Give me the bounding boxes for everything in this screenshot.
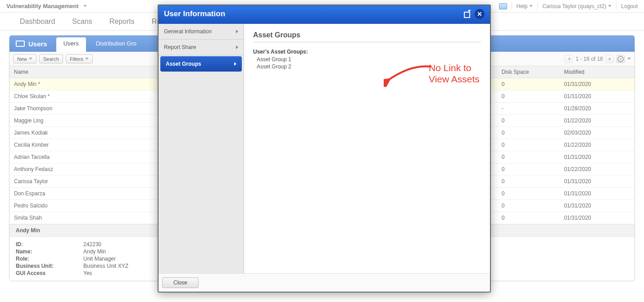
cell-modified: 01/31/2020 [559, 200, 635, 212]
annotation-arrow-icon [384, 60, 433, 87]
cell-disk: 0 [497, 212, 560, 224]
nav-report-share[interactable]: Report Share [159, 40, 244, 55]
filters-button[interactable]: Filters [66, 54, 93, 63]
kv-label: Name: [16, 248, 83, 255]
cell-modified: 01/22/2020 [559, 163, 635, 176]
chevron-down-icon [85, 58, 89, 60]
gear-icon [617, 56, 624, 62]
cell-modified: 01/22/2020 [559, 139, 635, 151]
cell-disk: 0 [497, 200, 560, 212]
popout-icon[interactable] [463, 10, 471, 18]
chevron-down-icon [627, 58, 631, 60]
kv-label: Role: [16, 256, 83, 262]
kv-label: ID: [16, 241, 83, 248]
chevron-right-icon [234, 62, 236, 66]
cell-modified: 01/31/2020 [559, 151, 635, 163]
cell-disk: 0 [497, 115, 560, 127]
cell-disk: - [497, 103, 560, 115]
nav-asset-groups[interactable]: Asset Groups [160, 56, 242, 72]
settings-button[interactable] [617, 55, 625, 63]
modal-footer: Close [159, 273, 490, 292]
tab-distribution-groups[interactable]: Distribution Gro [89, 37, 144, 52]
search-button[interactable]: Search [39, 54, 63, 63]
cell-disk: 0 [497, 151, 560, 163]
user-menu[interactable]: Carissa Taylor (quays_ct2) [542, 3, 612, 9]
logout-link[interactable]: Logout [621, 3, 638, 9]
cell-modified: 01/31/2020 [559, 90, 635, 103]
nav-filler [159, 72, 244, 273]
search-label: Search [43, 56, 59, 62]
separator [616, 3, 617, 10]
cell-disk: 0 [497, 90, 560, 103]
cell-modified: 01/22/2020 [559, 115, 635, 127]
close-icon[interactable]: ✕ [475, 9, 485, 19]
nav-label: General Information [164, 28, 212, 35]
cell-modified: 02/03/2020 [559, 127, 635, 139]
cell-modified: 01/28/2020 [559, 103, 635, 115]
modal-body: General Information Report Share Asset G… [159, 24, 490, 273]
cell-disk: 0 [497, 127, 560, 139]
modal-side-nav: General Information Report Share Asset G… [159, 24, 244, 273]
topbar-right: Help Carissa Taylor (quays_ct2) Logout [499, 3, 638, 10]
cell-disk: 0 [497, 188, 560, 200]
separator [512, 3, 512, 10]
kv-value: Business Unit XYZ [83, 263, 128, 269]
help-menu[interactable]: Help [517, 3, 533, 9]
section-label: Users [28, 40, 47, 48]
col-modified[interactable]: Modified [559, 66, 635, 78]
users-badge: Users [9, 36, 54, 52]
col-disk[interactable]: Disk Space [497, 66, 560, 78]
divider [253, 42, 481, 42]
chevron-down-icon [608, 5, 612, 7]
pager-next[interactable] [606, 55, 614, 63]
pager-label: 1 - 18 of 18 [576, 56, 603, 62]
chevron-down-icon [83, 5, 87, 7]
separator [537, 3, 538, 10]
app-name: Vulnerability Management [6, 3, 79, 9]
chevron-right-icon [236, 45, 238, 49]
logout-label: Logout [621, 3, 638, 9]
app-selector[interactable]: Vulnerability Management [6, 3, 87, 9]
chevron-down-icon [29, 58, 32, 60]
triangle-left-icon [568, 57, 570, 61]
kv-value: 242230 [83, 241, 101, 248]
cell-disk: 0 [497, 163, 560, 176]
messages-icon[interactable] [499, 3, 507, 9]
filters-label: Filters [70, 56, 83, 62]
chevron-right-icon [236, 30, 238, 33]
kv-value: Yes [83, 270, 92, 276]
cell-modified: 01/31/2020 [559, 212, 635, 224]
annotation-text: No Link to View Assets [429, 62, 480, 85]
kv-label: GUI Access [16, 270, 83, 276]
cell-modified: 01/31/2020 [559, 78, 635, 90]
chevron-down-icon [529, 5, 533, 7]
id-card-icon [16, 41, 25, 47]
tab-scans[interactable]: Scans [70, 13, 94, 30]
modal-title: User Information [164, 9, 225, 18]
tab-users[interactable]: Users [56, 37, 86, 52]
user-info-modal: User Information ✕ General Information R… [158, 5, 491, 293]
user-display: Carissa Taylor (quays_ct2) [542, 3, 606, 9]
new-button[interactable]: New [13, 54, 36, 63]
kv-value: Unit Manager [83, 256, 116, 262]
nav-label: Asset Groups [166, 61, 201, 67]
toolbar-right: 1 - 18 of 18 [565, 55, 631, 63]
tab-reports[interactable]: Reports [108, 13, 136, 30]
triangle-right-icon [609, 57, 611, 61]
content-heading: Asset Groups [253, 31, 481, 39]
kv-value: Andy Min [83, 248, 106, 255]
cell-disk: 0 [497, 176, 560, 188]
pager-prev[interactable] [565, 55, 573, 63]
nav-general-info[interactable]: General Information [159, 24, 244, 40]
cell-disk: 0 [497, 139, 560, 151]
modal-content: Asset Groups User's Asset Groups: Asset … [244, 24, 490, 273]
cell-disk: 0 [497, 78, 560, 90]
close-button[interactable]: Close [162, 277, 199, 288]
cell-modified: 01/31/2020 [559, 188, 635, 200]
modal-title-bar[interactable]: User Information ✕ [159, 5, 490, 24]
nav-label: Report Share [164, 44, 196, 50]
tab-dashboard[interactable]: Dashboard [18, 13, 57, 30]
help-label: Help [517, 3, 528, 9]
content-subhead: User's Asset Groups: [253, 49, 481, 55]
new-label: New [17, 56, 27, 62]
